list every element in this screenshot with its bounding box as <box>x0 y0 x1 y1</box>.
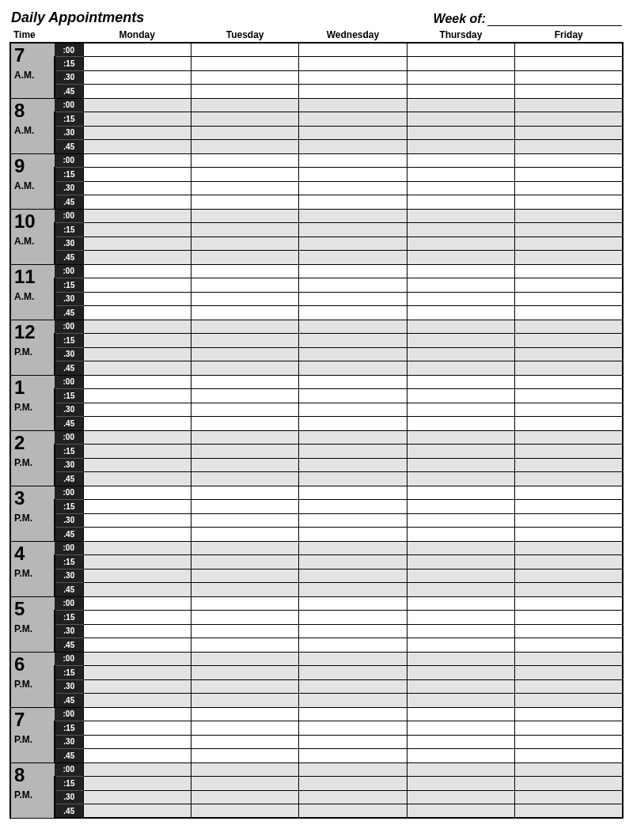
appointment-slot[interactable] <box>299 236 407 251</box>
appointment-slot[interactable] <box>191 528 298 542</box>
appointment-slot[interactable] <box>299 762 407 777</box>
appointment-slot[interactable] <box>83 749 191 763</box>
appointment-slot[interactable] <box>191 153 298 168</box>
appointment-slot[interactable] <box>191 251 298 265</box>
appointment-slot[interactable] <box>83 790 191 804</box>
appointment-slot[interactable] <box>83 85 191 99</box>
appointment-slot[interactable] <box>515 140 623 154</box>
appointment-slot[interactable] <box>191 168 298 182</box>
appointment-slot[interactable] <box>191 43 298 57</box>
appointment-slot[interactable] <box>515 306 623 320</box>
appointment-slot[interactable] <box>515 70 623 85</box>
appointment-slot[interactable] <box>191 209 298 223</box>
appointment-slot[interactable] <box>191 500 298 514</box>
appointment-slot[interactable] <box>407 181 514 195</box>
appointment-slot[interactable] <box>407 417 514 431</box>
appointment-slot[interactable] <box>407 749 514 763</box>
appointment-slot[interactable] <box>299 57 407 71</box>
appointment-slot[interactable] <box>515 153 623 168</box>
appointment-slot[interactable] <box>407 251 514 265</box>
appointment-slot[interactable] <box>515 98 623 112</box>
appointment-slot[interactable] <box>83 430 191 445</box>
appointment-slot[interactable] <box>191 638 298 653</box>
appointment-slot[interactable] <box>83 126 191 140</box>
appointment-slot[interactable] <box>299 417 407 431</box>
appointment-slot[interactable] <box>191 181 298 195</box>
appointment-slot[interactable] <box>191 721 298 736</box>
appointment-slot[interactable] <box>191 417 298 431</box>
appointment-slot[interactable] <box>515 611 623 625</box>
appointment-slot[interactable] <box>515 292 623 306</box>
appointment-slot[interactable] <box>515 749 623 763</box>
appointment-slot[interactable] <box>83 347 191 361</box>
appointment-slot[interactable] <box>83 417 191 431</box>
appointment-slot[interactable] <box>515 181 623 195</box>
appointment-slot[interactable] <box>299 445 407 459</box>
appointment-slot[interactable] <box>299 209 407 223</box>
appointment-slot[interactable] <box>299 611 407 625</box>
appointment-slot[interactable] <box>407 264 514 278</box>
appointment-slot[interactable] <box>83 569 191 583</box>
appointment-slot[interactable] <box>515 209 623 223</box>
appointment-slot[interactable] <box>515 777 623 791</box>
appointment-slot[interactable] <box>515 223 623 237</box>
appointment-slot[interactable] <box>191 777 298 791</box>
appointment-slot[interactable] <box>83 500 191 514</box>
appointment-slot[interactable] <box>515 430 623 445</box>
appointment-slot[interactable] <box>191 707 298 721</box>
appointment-slot[interactable] <box>515 417 623 431</box>
appointment-slot[interactable] <box>299 541 407 555</box>
appointment-slot[interactable] <box>191 804 298 819</box>
appointment-slot[interactable] <box>299 804 407 819</box>
appointment-slot[interactable] <box>299 472 407 486</box>
appointment-slot[interactable] <box>407 278 514 293</box>
appointment-slot[interactable] <box>515 555 623 569</box>
appointment-slot[interactable] <box>515 804 623 819</box>
appointment-slot[interactable] <box>83 403 191 417</box>
appointment-slot[interactable] <box>299 334 407 348</box>
appointment-slot[interactable] <box>191 195 298 210</box>
appointment-slot[interactable] <box>299 347 407 361</box>
appointment-slot[interactable] <box>515 707 623 721</box>
appointment-slot[interactable] <box>407 513 514 528</box>
appointment-slot[interactable] <box>83 735 191 749</box>
appointment-slot[interactable] <box>407 638 514 653</box>
week-of-input-line[interactable] <box>487 13 622 26</box>
appointment-slot[interactable] <box>191 735 298 749</box>
appointment-slot[interactable] <box>299 721 407 736</box>
appointment-slot[interactable] <box>83 98 191 112</box>
appointment-slot[interactable] <box>191 679 298 694</box>
appointment-slot[interactable] <box>191 334 298 348</box>
appointment-slot[interactable] <box>299 223 407 237</box>
appointment-slot[interactable] <box>299 278 407 293</box>
appointment-slot[interactable] <box>191 98 298 112</box>
appointment-slot[interactable] <box>191 347 298 361</box>
appointment-slot[interactable] <box>407 679 514 694</box>
appointment-slot[interactable] <box>299 569 407 583</box>
appointment-slot[interactable] <box>299 98 407 112</box>
appointment-slot[interactable] <box>191 624 298 638</box>
appointment-slot[interactable] <box>299 43 407 57</box>
appointment-slot[interactable] <box>407 195 514 210</box>
appointment-slot[interactable] <box>407 57 514 71</box>
appointment-slot[interactable] <box>515 486 623 500</box>
appointment-slot[interactable] <box>407 624 514 638</box>
appointment-slot[interactable] <box>299 777 407 791</box>
appointment-slot[interactable] <box>299 320 407 334</box>
appointment-slot[interactable] <box>83 70 191 85</box>
appointment-slot[interactable] <box>407 70 514 85</box>
appointment-slot[interactable] <box>515 679 623 694</box>
appointment-slot[interactable] <box>515 721 623 736</box>
appointment-slot[interactable] <box>191 749 298 763</box>
appointment-slot[interactable] <box>407 500 514 514</box>
appointment-slot[interactable] <box>299 513 407 528</box>
appointment-slot[interactable] <box>407 528 514 542</box>
appointment-slot[interactable] <box>299 596 407 611</box>
appointment-slot[interactable] <box>407 790 514 804</box>
appointment-slot[interactable] <box>83 43 191 57</box>
appointment-slot[interactable] <box>407 652 514 666</box>
appointment-slot[interactable] <box>83 513 191 528</box>
appointment-slot[interactable] <box>299 486 407 500</box>
appointment-slot[interactable] <box>407 445 514 459</box>
appointment-slot[interactable] <box>515 445 623 459</box>
